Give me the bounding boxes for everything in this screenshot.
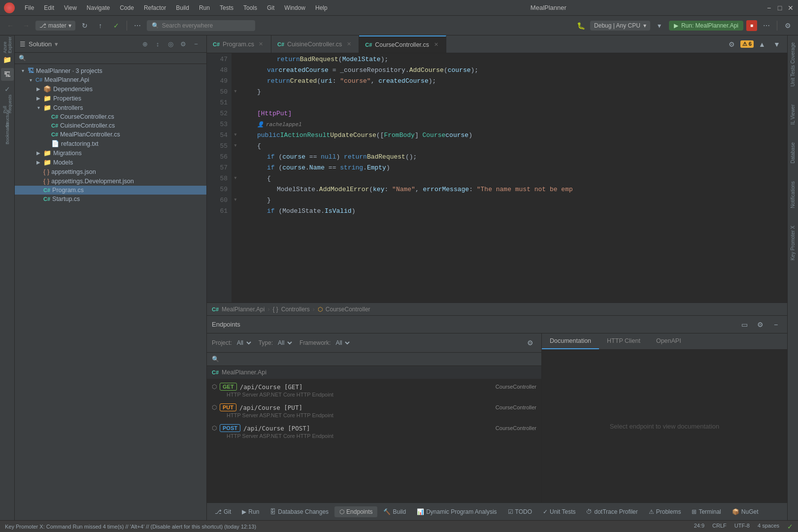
close-button[interactable]: ✕ bbox=[787, 4, 794, 11]
filter-type-select[interactable]: All bbox=[275, 338, 294, 348]
sidebar-search-input[interactable] bbox=[28, 55, 202, 62]
activity-commit[interactable]: ✓ bbox=[1, 83, 14, 96]
activity-pull-requests[interactable]: Pull Requests bbox=[1, 98, 14, 110]
sidebar-close-btn[interactable]: − bbox=[191, 38, 201, 49]
tool-dottrace[interactable]: ⏱ dotTrace Profiler bbox=[581, 506, 642, 517]
tree-properties[interactable]: ▶ 📁 Properties bbox=[15, 94, 206, 103]
tool-dynamic-analysis[interactable]: 📊 Dynamic Program Analysis bbox=[412, 506, 501, 517]
tab-settings-btn[interactable]: ⚙ bbox=[726, 38, 738, 51]
scroll-up-btn[interactable]: ▲ bbox=[756, 38, 768, 51]
tree-appsettings[interactable]: ▶ { } appsettings.json bbox=[15, 167, 206, 176]
tab-openapi[interactable]: OpenAPI bbox=[648, 333, 689, 349]
tool-git[interactable]: ⎇ Git bbox=[210, 506, 236, 517]
right-label-unit-tests[interactable]: Unit Tests Coverage bbox=[789, 38, 797, 91]
tree-project-api[interactable]: ▾ C# MealPlanner.Api bbox=[15, 75, 206, 84]
tool-terminal[interactable]: ⊞ Terminal bbox=[687, 506, 726, 517]
back-button[interactable]: ← bbox=[4, 19, 17, 32]
activity-azure-explorer[interactable]: Azure Explorer bbox=[1, 38, 14, 51]
tab-cuisine-close[interactable]: ✕ bbox=[345, 40, 353, 48]
tree-controllers[interactable]: ▾ 📁 Controllers bbox=[15, 103, 206, 112]
minimize-button[interactable]: − bbox=[765, 4, 772, 11]
tool-endpoints[interactable]: ⬡ Endpoints bbox=[334, 506, 377, 517]
menu-file[interactable]: File bbox=[21, 3, 38, 12]
sidebar-add-btn[interactable]: ⊕ bbox=[139, 38, 150, 49]
run-button[interactable]: ▶ Run: MealPlanner.Api bbox=[669, 21, 743, 31]
tree-models[interactable]: ▶ 📁 Models bbox=[15, 158, 206, 167]
tab-documentation[interactable]: Documentation bbox=[542, 333, 599, 349]
sidebar-collapse-btn[interactable]: ↕ bbox=[152, 38, 163, 49]
settings-button[interactable]: ⚙ bbox=[781, 19, 794, 32]
menu-git[interactable]: Git bbox=[263, 3, 278, 12]
tool-database-changes[interactable]: 🗄 Database Changes bbox=[265, 506, 333, 517]
tree-startup-cs[interactable]: ▶ C# Startup.cs bbox=[15, 195, 206, 203]
tab-program-cs[interactable]: C# Program.cs ✕ bbox=[207, 35, 271, 53]
menu-run[interactable]: Run bbox=[195, 3, 214, 12]
tree-refactoring-txt[interactable]: ▶ 📄 refactoring.txt bbox=[15, 139, 206, 148]
right-label-notifications[interactable]: Notifications bbox=[789, 177, 797, 212]
menu-edit[interactable]: Edit bbox=[40, 3, 58, 12]
tree-course-controller[interactable]: ▶ C# CourseController.cs bbox=[15, 112, 206, 121]
panel-minimize-btn[interactable]: − bbox=[769, 318, 782, 331]
breadcrumb-project[interactable]: MealPlanner.Api bbox=[222, 306, 265, 313]
activity-solution[interactable]: 🏗 bbox=[1, 68, 14, 81]
tree-migrations[interactable]: ▶ 📁 Migrations bbox=[15, 148, 206, 158]
debug-config-selector[interactable]: Debug | Any CPU ▾ bbox=[590, 21, 650, 31]
tool-problems[interactable]: ⚠ Problems bbox=[644, 506, 686, 517]
sidebar-settings-btn[interactable]: ⚙ bbox=[178, 38, 189, 49]
panel-expand-btn[interactable]: ▭ bbox=[738, 318, 751, 331]
scroll-down-btn[interactable]: ▼ bbox=[770, 38, 783, 51]
tool-nuget[interactable]: 📦 NuGet bbox=[727, 506, 764, 517]
filter-settings-btn[interactable]: ⚙ bbox=[524, 336, 536, 349]
branch-selector[interactable]: ⎇ master ▾ bbox=[35, 21, 75, 31]
endpoint-put[interactable]: ⬡ PUT /api/Course [PUT] CourseController… bbox=[207, 399, 541, 420]
push-button[interactable]: ↑ bbox=[94, 19, 107, 32]
panel-settings-btn[interactable]: ⚙ bbox=[754, 318, 766, 331]
debug-icon-btn[interactable]: 🐛 bbox=[574, 19, 587, 32]
right-label-database[interactable]: Database bbox=[789, 138, 797, 167]
tool-unit-tests[interactable]: ✓ Unit Tests bbox=[538, 506, 580, 517]
tree-solution[interactable]: ▾ 🏗 MealPlanner · 3 projects bbox=[15, 66, 206, 75]
tree-appsettings-dev[interactable]: ▶ { } appsettings.Development.json bbox=[15, 176, 206, 186]
tree-mealplan-controller[interactable]: ▶ C# MealPlanController.cs bbox=[15, 130, 206, 139]
tool-build[interactable]: 🔨 Build bbox=[378, 506, 411, 517]
menu-build[interactable]: Build bbox=[172, 3, 193, 12]
breadcrumb-class[interactable]: CourseController bbox=[326, 306, 370, 313]
maximize-button[interactable]: □ bbox=[776, 4, 783, 11]
tool-todo[interactable]: ☑ TODO bbox=[503, 506, 537, 517]
sidebar-locate-btn[interactable]: ◎ bbox=[165, 38, 176, 49]
menu-view[interactable]: View bbox=[60, 3, 81, 12]
endpoint-post[interactable]: ⬡ POST /api/Course [POST] CourseControll… bbox=[207, 420, 541, 441]
breadcrumb-controllers[interactable]: Controllers bbox=[281, 306, 310, 313]
forward-button[interactable]: → bbox=[20, 19, 33, 32]
search-everywhere[interactable]: 🔍 Search everywhere bbox=[147, 20, 255, 31]
run-more-button[interactable]: ⋯ bbox=[760, 19, 773, 32]
menu-tools[interactable]: Tools bbox=[239, 3, 261, 12]
check-button[interactable]: ✓ bbox=[110, 19, 123, 32]
menu-refactor[interactable]: Refactor bbox=[140, 3, 170, 12]
filter-project-select[interactable]: All bbox=[234, 338, 253, 348]
debug-extra-btn[interactable]: ▾ bbox=[653, 19, 666, 32]
filter-framework-select[interactable]: All bbox=[332, 338, 351, 348]
right-label-il-viewer[interactable]: IL Viewer bbox=[789, 100, 797, 129]
menu-help[interactable]: Help bbox=[311, 3, 332, 12]
tool-run[interactable]: ▶ Run bbox=[237, 506, 264, 517]
tab-course-controller[interactable]: C# CourseController.cs ✕ bbox=[359, 35, 446, 53]
activity-explorer[interactable]: 📁 bbox=[1, 53, 14, 66]
tree-program-cs[interactable]: ▶ C# Program.cs bbox=[15, 186, 206, 195]
tab-course-close[interactable]: ✕ bbox=[432, 41, 440, 49]
tab-http-client[interactable]: HTTP Client bbox=[599, 333, 648, 349]
menu-navigate[interactable]: Navigate bbox=[83, 3, 114, 12]
code-content[interactable]: return BadRequest(ModelState); var creat… bbox=[239, 53, 787, 302]
stop-button[interactable]: ■ bbox=[746, 20, 757, 31]
right-label-key-promoter[interactable]: Key Promoter X bbox=[789, 222, 797, 265]
endpoint-get[interactable]: ⬡ GET /api/Course [GET] CourseController… bbox=[207, 379, 541, 399]
update-button[interactable]: ↻ bbox=[78, 19, 91, 32]
tab-cuisine-controller[interactable]: C# CuisineController.cs ✕ bbox=[271, 35, 359, 53]
endpoints-search-input[interactable] bbox=[221, 356, 536, 363]
menu-window[interactable]: Window bbox=[280, 3, 309, 12]
more-actions-button[interactable]: ⋯ bbox=[131, 19, 144, 32]
menu-code[interactable]: Code bbox=[116, 3, 138, 12]
tree-cuisine-controller[interactable]: ▶ C# CuisineController.cs bbox=[15, 121, 206, 130]
menu-tests[interactable]: Tests bbox=[216, 3, 237, 12]
tree-dependencies[interactable]: ▶ 📦 Dependencies bbox=[15, 84, 206, 94]
